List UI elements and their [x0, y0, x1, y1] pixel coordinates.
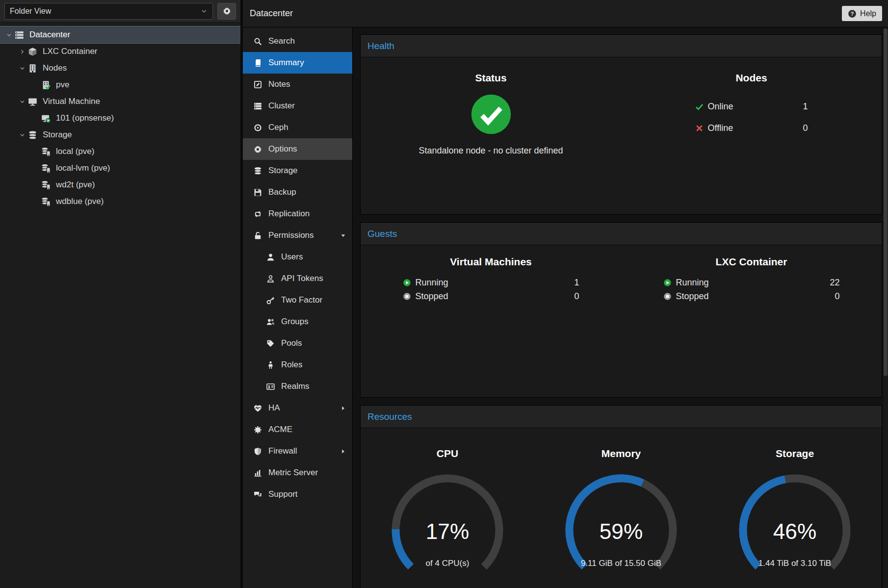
search-icon: [253, 37, 262, 46]
tree-collapse-arrow-icon[interactable]: [16, 65, 28, 72]
nodes-rows: Online1Offline0: [695, 96, 808, 139]
tree-item-wd2t-pve[interactable]: wd2t (pve): [0, 177, 240, 193]
gauge-sublabel: of 4 CPU(s): [361, 559, 534, 568]
menu-item-replication[interactable]: Replication: [243, 203, 352, 225]
tree-item-label: Nodes: [43, 63, 67, 73]
tree-item-pve[interactable]: pve: [0, 77, 240, 93]
menu-item-roles[interactable]: Roles: [243, 354, 352, 376]
replication-icon: [253, 209, 262, 218]
folder-view-select[interactable]: Folder View: [4, 3, 213, 20]
menu-item-groups[interactable]: Groups: [243, 311, 352, 332]
help-button[interactable]: ? Help: [842, 6, 882, 21]
resources-title: Resources: [367, 411, 412, 422]
ceph-icon: [253, 123, 262, 132]
status-count: 1: [574, 278, 579, 288]
menu-item-label: Options: [268, 144, 297, 154]
tree-item-local-lvm-pve[interactable]: local-lvm (pve): [0, 160, 240, 177]
menu-item-label: Groups: [281, 317, 309, 327]
question-icon: ?: [848, 9, 857, 18]
health-status-column: Status Standalone node - no cluster defi…: [361, 72, 621, 156]
shield-icon: [253, 447, 262, 456]
tree-collapse-arrow-icon[interactable]: [16, 132, 28, 138]
status-message: Standalone node - no cluster defined: [361, 146, 621, 156]
floppy-icon: [253, 188, 262, 197]
menu-item-label: Two Factor: [281, 295, 322, 305]
tree-item-label: wd2t (pve): [56, 180, 95, 190]
menu-item-label: Backup: [268, 187, 296, 197]
menu-item-label: Cluster: [268, 101, 295, 111]
address-card-icon: [265, 382, 275, 391]
status-row-online: Online1: [695, 96, 808, 117]
play-circle-icon: [403, 279, 411, 287]
tree-item-wdblue-pve[interactable]: wdblue (pve): [0, 193, 240, 210]
menu-item-label: Realms: [281, 382, 310, 391]
menu-item-summary[interactable]: Summary: [243, 52, 352, 74]
tree-item-label: wdblue (pve): [56, 197, 104, 206]
tree-item-local-pve[interactable]: local (pve): [0, 143, 240, 160]
tree-expand-arrow-icon[interactable]: [16, 49, 28, 55]
tree-item-lxc-container[interactable]: LXC Container: [0, 43, 240, 60]
tree-item-storage[interactable]: Storage: [0, 127, 240, 143]
menu-item-support[interactable]: Support: [243, 484, 352, 505]
user-outline-icon: [265, 274, 275, 283]
tree-item-virtual-machine[interactable]: Virtual Machine: [0, 93, 240, 110]
gauge-memory: Memory59%9.11 GiB of 15.50 GiB: [534, 448, 708, 568]
gauge-sublabel: 9.11 GiB of 15.50 GiB: [534, 559, 708, 568]
menu-item-metric-server[interactable]: Metric Server: [243, 462, 352, 484]
menu-item-label: HA: [268, 403, 280, 413]
menu-item-acme[interactable]: ACME: [243, 419, 352, 440]
check-circle-icon: [470, 94, 512, 135]
svg-text:?: ?: [851, 10, 854, 16]
gauge-sublabel: 1.44 TiB of 3.10 TiB: [708, 559, 882, 568]
folder-view-value: Folder View: [10, 7, 51, 16]
content-scrollbar[interactable]: [883, 27, 888, 588]
menu-item-pools[interactable]: Pools: [243, 332, 352, 354]
user-icon: [265, 253, 275, 261]
seal-icon: [253, 425, 262, 434]
menu-item-api-tokens[interactable]: API Tokens: [243, 268, 352, 289]
tree-settings-button[interactable]: [217, 3, 236, 20]
tree-item-datacenter[interactable]: Datacenter: [0, 26, 240, 43]
menu-item-label: Users: [281, 252, 303, 262]
server-stack-icon: [15, 30, 25, 40]
scrollbar-thumb[interactable]: [884, 28, 888, 376]
menu-item-cluster[interactable]: Cluster: [243, 95, 352, 117]
gauge-title: CPU: [361, 448, 534, 460]
menu-item-firewall[interactable]: Firewall: [243, 440, 352, 462]
tree-item-nodes[interactable]: Nodes: [0, 60, 240, 77]
menu-item-search[interactable]: Search: [243, 30, 352, 52]
tree-item-label: Storage: [43, 130, 72, 140]
menu-item-label: Support: [268, 489, 298, 499]
menu-item-notes[interactable]: Notes: [243, 74, 352, 95]
menu-item-realms[interactable]: Realms: [243, 376, 352, 397]
building-icon: [28, 64, 38, 73]
resources-header: Resources: [361, 406, 882, 428]
menu-item-ceph[interactable]: Ceph: [243, 117, 352, 138]
menu-item-label: Storage: [268, 166, 298, 176]
svg-text:17%: 17%: [426, 519, 469, 543]
right-region: Datacenter ? Help SearchSummaryNotesClus…: [243, 0, 888, 588]
database-drive-icon: [41, 147, 52, 156]
bar-chart-icon: [253, 468, 262, 477]
tree-collapse-arrow-icon[interactable]: [16, 99, 28, 105]
tree-collapse-arrow-icon[interactable]: [3, 32, 15, 38]
menu-item-ha[interactable]: HA: [243, 397, 352, 419]
status-row-stopped: Stopped0: [663, 289, 840, 303]
menu-item-backup[interactable]: Backup: [243, 181, 352, 203]
resource-tree-panel: Folder View DatacenterLXC ContainerNodes…: [0, 0, 240, 588]
menu-item-options[interactable]: Options: [243, 138, 352, 160]
menu-item-storage[interactable]: Storage: [243, 160, 352, 181]
book-icon: [253, 58, 262, 67]
check-icon: [695, 102, 704, 111]
status-count: 0: [835, 291, 839, 302]
tree-item-101-opnsense[interactable]: 101 (opnsense): [0, 110, 240, 127]
menu-item-permissions[interactable]: Permissions: [243, 225, 352, 246]
help-button-label: Help: [860, 9, 876, 18]
status-row-stopped: Stopped0: [403, 289, 579, 303]
panel-resources: Resources CPU17%of 4 CPU(s)Memory59%9.11…: [360, 405, 882, 588]
menu-item-users[interactable]: Users: [243, 246, 352, 268]
menu-item-two-factor[interactable]: Two Factor: [243, 289, 352, 311]
database-drive-icon: [41, 164, 52, 173]
status-row-offline: Offline0: [695, 117, 808, 139]
status-row-running: Running22: [663, 276, 840, 289]
